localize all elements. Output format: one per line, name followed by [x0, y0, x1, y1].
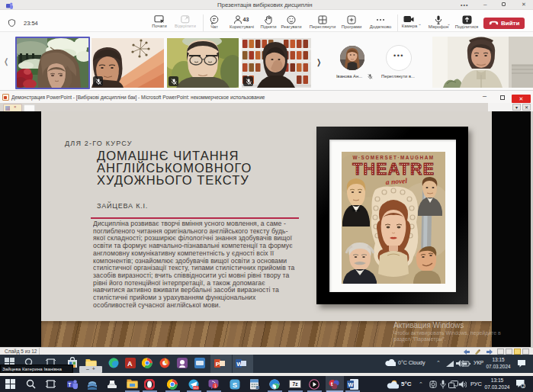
svg-text:1: 1: [214, 384, 217, 388]
svg-text:THEATRE: THEATRE: [352, 159, 435, 178]
svg-text:2: 2: [522, 384, 525, 388]
svg-text:W: W: [348, 381, 354, 388]
svg-text:a novel: a novel: [385, 177, 407, 186]
svg-text:P: P: [216, 361, 220, 368]
svg-text:A: A: [127, 360, 133, 368]
svg-text:612: 612: [194, 387, 198, 390]
svg-text:43: 43: [243, 17, 249, 22]
svg-text:T: T: [68, 382, 71, 387]
svg-text:S: S: [233, 381, 237, 389]
